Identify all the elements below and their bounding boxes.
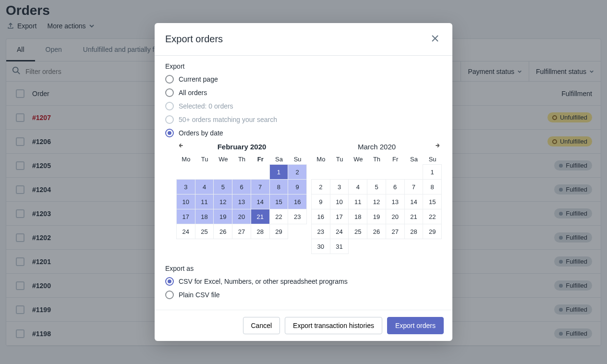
calendar-day[interactable]: 20 bbox=[386, 209, 405, 224]
calendar-day[interactable]: 18 bbox=[348, 209, 367, 224]
calendar-day[interactable]: 20 bbox=[232, 209, 251, 224]
radio-icon bbox=[165, 277, 174, 286]
radio-label: Plain CSV file bbox=[179, 291, 220, 299]
calendar: March 2020MoTuWeThFrSaSu1234567891011121… bbox=[312, 140, 442, 254]
dow-label: Mo bbox=[177, 156, 195, 163]
calendar-day[interactable]: 14 bbox=[404, 194, 424, 209]
calendar-day[interactable]: 5 bbox=[213, 179, 232, 194]
calendar-day[interactable]: 4 bbox=[348, 179, 367, 194]
calendar-day[interactable]: 22 bbox=[269, 209, 289, 224]
calendar-title: March 2020 bbox=[358, 143, 396, 151]
calendar-day[interactable]: 6 bbox=[232, 179, 251, 194]
calendar-day[interactable]: 31 bbox=[330, 239, 349, 254]
radio-icon bbox=[165, 291, 174, 299]
calendar-day[interactable]: 10 bbox=[176, 194, 195, 209]
export-orders-button[interactable]: Export orders bbox=[387, 317, 444, 334]
calendar-day[interactable]: 30 bbox=[311, 239, 330, 254]
calendar: February 2020MoTuWeThFrSaSu1234567891011… bbox=[177, 140, 307, 254]
calendar-title: February 2020 bbox=[218, 143, 267, 151]
calendar-day[interactable]: 10 bbox=[330, 194, 349, 209]
calendar-day[interactable]: 4 bbox=[195, 179, 214, 194]
close-button[interactable] bbox=[428, 32, 442, 47]
export-histories-button[interactable]: Export transaction histories bbox=[285, 317, 382, 334]
next-month-button[interactable] bbox=[433, 141, 442, 151]
calendar-day[interactable]: 18 bbox=[195, 209, 214, 224]
radio-icon bbox=[165, 75, 174, 84]
calendar-day[interactable]: 9 bbox=[311, 194, 330, 209]
calendar-day[interactable]: 1 bbox=[423, 164, 442, 180]
calendar-day[interactable]: 24 bbox=[330, 224, 349, 239]
calendar-day[interactable]: 19 bbox=[367, 209, 386, 224]
calendar-day[interactable]: 22 bbox=[423, 209, 442, 224]
calendar-day[interactable]: 11 bbox=[195, 194, 214, 209]
calendar-day[interactable]: 16 bbox=[311, 209, 330, 224]
dow-label: Sa bbox=[405, 156, 424, 163]
calendar-day[interactable]: 14 bbox=[251, 194, 270, 209]
dow-label: Th bbox=[367, 156, 386, 163]
radio-icon bbox=[165, 129, 174, 137]
cancel-button[interactable]: Cancel bbox=[243, 317, 280, 334]
calendar-day[interactable]: 29 bbox=[269, 224, 289, 239]
calendar-day[interactable]: 29 bbox=[423, 224, 442, 239]
calendar-day[interactable]: 21 bbox=[404, 209, 424, 224]
calendar-day[interactable]: 24 bbox=[176, 224, 195, 239]
calendar-day[interactable]: 28 bbox=[251, 224, 270, 239]
radio-icon bbox=[165, 88, 174, 97]
radio-label: All orders bbox=[179, 89, 207, 97]
calendar-day[interactable]: 21 bbox=[251, 209, 270, 224]
calendar-day[interactable]: 26 bbox=[367, 224, 386, 239]
dow-label: We bbox=[349, 156, 367, 163]
calendar-day[interactable]: 13 bbox=[386, 194, 405, 209]
calendar-day[interactable]: 23 bbox=[288, 209, 307, 224]
radio-label: Orders by date bbox=[179, 129, 223, 137]
export-as-option[interactable]: CSV for Excel, Numbers, or other spreads… bbox=[165, 277, 442, 286]
calendar-day[interactable]: 9 bbox=[288, 179, 307, 194]
calendar-day[interactable]: 19 bbox=[213, 209, 232, 224]
export-option[interactable]: Current page bbox=[165, 75, 442, 84]
calendar-day[interactable]: 8 bbox=[423, 179, 442, 194]
dow-label: Sa bbox=[270, 156, 289, 163]
radio-icon bbox=[165, 115, 174, 124]
modal-title: Export orders bbox=[165, 34, 223, 45]
dow-label: Tu bbox=[195, 156, 214, 163]
calendar-day[interactable]: 8 bbox=[269, 179, 289, 194]
calendar-day[interactable]: 25 bbox=[195, 224, 214, 239]
calendar-day[interactable]: 27 bbox=[232, 224, 251, 239]
export-as-label: Export as bbox=[165, 265, 442, 272]
calendar-day[interactable]: 15 bbox=[269, 194, 289, 209]
export-group-label: Export bbox=[165, 62, 442, 70]
calendar-day[interactable]: 6 bbox=[386, 179, 405, 194]
prev-month-button[interactable] bbox=[177, 141, 185, 151]
calendar-day[interactable]: 27 bbox=[386, 224, 405, 239]
calendar-day[interactable]: 7 bbox=[404, 179, 424, 194]
calendar-day[interactable]: 15 bbox=[423, 194, 442, 209]
dow-label: Su bbox=[288, 156, 307, 163]
calendar-day[interactable]: 16 bbox=[288, 194, 307, 209]
export-as-option[interactable]: Plain CSV file bbox=[165, 291, 442, 299]
dow-label: Th bbox=[232, 156, 251, 163]
calendar-day[interactable]: 2 bbox=[311, 179, 330, 194]
calendar-day[interactable]: 3 bbox=[330, 179, 349, 194]
calendar-day[interactable]: 5 bbox=[367, 179, 386, 194]
calendar-day[interactable]: 23 bbox=[311, 224, 330, 239]
calendar-day[interactable]: 26 bbox=[213, 224, 232, 239]
calendar-day[interactable]: 2 bbox=[288, 164, 307, 180]
export-option: Selected: 0 orders bbox=[165, 102, 442, 110]
dow-label: Fr bbox=[251, 156, 270, 163]
modal-footer: Cancel Export transaction histories Expo… bbox=[155, 310, 452, 341]
calendar-day[interactable]: 17 bbox=[176, 209, 195, 224]
calendar-day[interactable]: 17 bbox=[330, 209, 349, 224]
dow-label: Fr bbox=[386, 156, 405, 163]
calendar-day[interactable]: 3 bbox=[176, 179, 195, 194]
calendar-day[interactable]: 11 bbox=[348, 194, 367, 209]
calendar-day[interactable]: 25 bbox=[348, 224, 367, 239]
dow-label: Tu bbox=[330, 156, 349, 163]
export-option[interactable]: All orders bbox=[165, 88, 442, 97]
calendar-day[interactable]: 7 bbox=[251, 179, 270, 194]
calendar-day[interactable]: 12 bbox=[213, 194, 232, 209]
calendar-day[interactable]: 28 bbox=[404, 224, 424, 239]
calendar-day[interactable]: 12 bbox=[367, 194, 386, 209]
calendar-day[interactable]: 13 bbox=[232, 194, 251, 209]
calendar-day[interactable]: 1 bbox=[269, 164, 289, 180]
export-option[interactable]: Orders by date bbox=[165, 129, 442, 137]
